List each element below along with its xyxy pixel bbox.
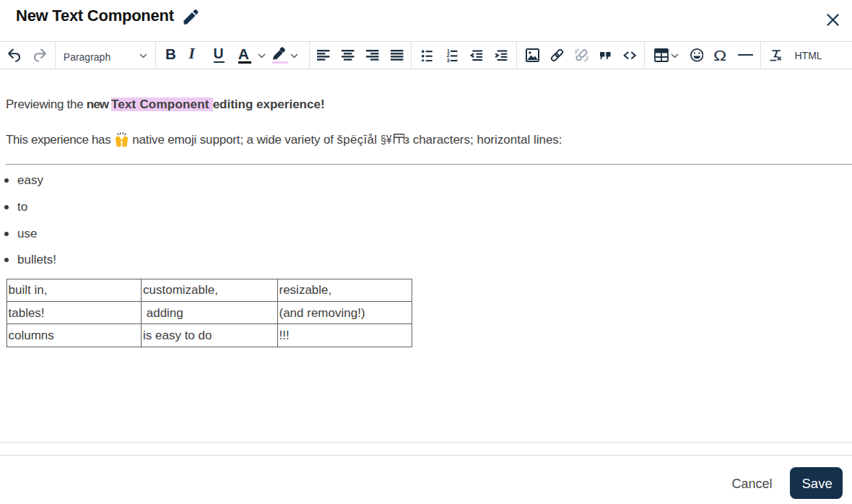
svg-text:3: 3: [446, 58, 449, 62]
